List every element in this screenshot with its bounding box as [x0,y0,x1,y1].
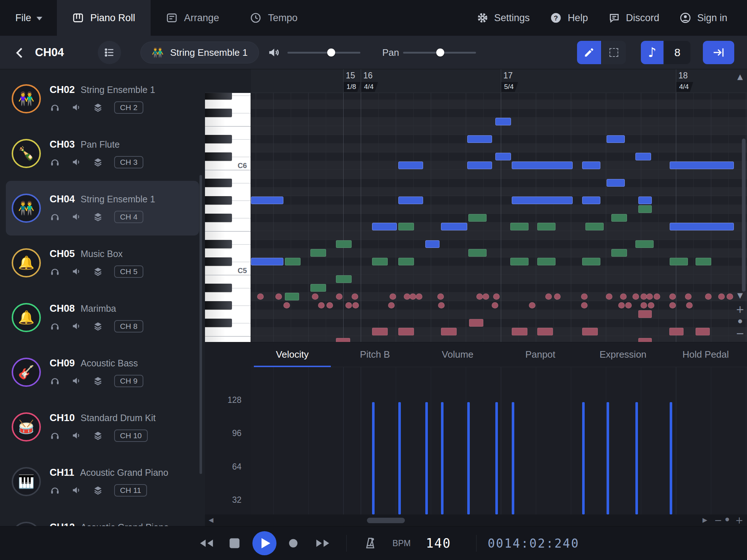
midi-note-drum[interactable] [483,293,489,300]
controls-tab-velocity[interactable]: Velocity [251,342,334,367]
headphones-icon[interactable] [50,485,60,495]
quantize-value-button[interactable]: 8 [664,41,690,64]
velocity-bar[interactable] [495,402,498,514]
midi-note-selected[interactable] [251,197,283,204]
nav-action-settings[interactable]: Settings [467,0,540,36]
midi-note-ghost-green[interactable] [537,223,556,230]
midi-note-ghost-green[interactable] [285,293,299,300]
zoom-reset-horizontal-button[interactable]: ● [725,516,729,522]
bpm-value[interactable]: 140 [426,536,451,551]
velocity-bar[interactable] [398,402,401,514]
midi-note-drum[interactable] [669,293,676,300]
speaker-icon[interactable] [71,376,82,386]
headphones-icon[interactable] [50,102,60,113]
midi-note-drum[interactable] [476,293,483,300]
velocity-bar[interactable] [425,402,428,514]
midi-note-selected[interactable] [512,162,573,169]
nav-tab-arrange[interactable]: Arrange [151,0,235,36]
midi-note-drum[interactable] [438,302,445,308]
midi-note-drum[interactable] [618,302,625,308]
controls-tab-panpot[interactable]: Panpot [499,342,582,367]
file-menu-button[interactable]: File [0,0,57,36]
speaker-icon[interactable] [71,321,82,331]
midi-note-selected[interactable] [670,223,734,230]
midi-note-ghost-green[interactable] [398,223,414,230]
midi-note-drum[interactable] [416,293,422,300]
midi-note-ghost-green[interactable] [310,284,326,292]
pan-knob[interactable] [436,48,444,57]
midi-note-drum[interactable] [493,293,500,300]
midi-note-ghost-green[interactable] [468,214,487,222]
midi-note-drum[interactable] [257,293,264,300]
midi-note-drum[interactable] [545,293,552,300]
rewind-button[interactable] [198,538,214,549]
horizontal-scrollbar[interactable]: ◀ ▶ − ● + [205,514,747,526]
layers-icon[interactable] [93,211,103,222]
track-item-ch10[interactable]: 🥁 CH10 Standard Drum Kit CH 10 [6,400,199,454]
midi-note-drum[interactable] [581,302,588,308]
speaker-icon[interactable] [71,157,82,167]
piano-key-black[interactable] [205,109,232,117]
play-button[interactable] [252,531,276,555]
track-item-ch05[interactable]: 🔔 CH05 Music Box CH 5 [6,236,199,290]
velocity-bar[interactable] [635,402,638,514]
back-button[interactable] [12,45,28,61]
midi-note-drum[interactable] [318,302,325,308]
zoom-in-vertical-button[interactable]: + [735,303,746,315]
midi-note-ghost-red[interactable] [336,338,350,342]
time-signature-badge[interactable]: 4/4 [361,82,378,92]
piano-key-black[interactable] [205,301,232,310]
midi-note-drum[interactable] [620,293,627,300]
piano-key-black[interactable] [205,214,232,222]
midi-note-drum[interactable] [669,302,676,308]
horizontal-scrollbar-thumb[interactable] [367,518,405,523]
sidebar-scrollbar[interactable] [200,175,202,474]
track-item-ch12[interactable]: 🎹 CH12 Acoustic Grand Piano CH 12 [6,509,199,526]
velocity-bar[interactable] [670,402,672,514]
midi-note-selected[interactable] [607,135,625,143]
piano-keys[interactable]: C6C5 [205,93,251,342]
midi-note-ghost-green[interactable] [638,205,652,213]
quantize-note-button[interactable]: ♪ [641,41,663,64]
scroll-down-button[interactable]: ▼ [735,291,746,300]
note-grid[interactable] [251,93,747,342]
midi-note-drum[interactable] [312,293,318,300]
midi-note-drum[interactable] [410,293,416,300]
headphones-icon[interactable] [50,430,60,441]
selection-tool-button[interactable] [602,41,626,64]
headphones-icon[interactable] [50,376,60,386]
midi-note-ghost-red[interactable] [441,328,457,335]
midi-note-selected[interactable] [495,118,511,125]
midi-note-drum[interactable] [492,302,498,308]
stop-button[interactable] [230,538,240,548]
speaker-icon[interactable] [71,102,82,113]
midi-note-selected[interactable] [607,179,625,187]
track-item-ch11[interactable]: 🎹 CH11 Acoustic Grand Piano CH 11 [6,454,199,509]
track-item-ch09[interactable]: 🎸 CH09 Acoustic Bass CH 9 [6,345,199,400]
midi-note-selected[interactable] [398,162,423,169]
midi-note-ghost-red[interactable] [512,328,527,335]
record-button[interactable] [289,539,298,548]
pencil-tool-button[interactable] [577,41,601,64]
piano-key-black[interactable] [205,319,232,327]
track-list-button[interactable] [98,41,121,64]
layers-icon[interactable] [93,157,103,167]
speaker-icon[interactable] [71,211,82,222]
midi-note-ghost-red[interactable] [696,328,710,335]
midi-note-drum[interactable] [654,293,660,300]
track-item-ch08[interactable]: 🔔 CH08 Marimba CH 8 [6,290,199,345]
midi-note-selected[interactable] [635,153,651,160]
midi-note-selected[interactable] [582,162,600,169]
layers-icon[interactable] [93,102,103,113]
layers-icon[interactable] [93,266,103,277]
midi-note-drum[interactable] [283,302,290,308]
midi-note-selected[interactable] [670,162,734,169]
midi-note-selected[interactable] [425,240,440,248]
track-item-ch04[interactable]: 👬 CH04 String Ensemble 1 CH 4 [6,181,199,236]
midi-note-ghost-green[interactable] [468,249,487,257]
piano-key-black[interactable] [205,179,232,187]
midi-note-selected[interactable] [495,153,511,160]
midi-note-drum[interactable] [685,293,692,300]
zoom-reset-vertical-button[interactable]: ● [735,318,746,324]
midi-note-ghost-green[interactable] [611,249,627,257]
